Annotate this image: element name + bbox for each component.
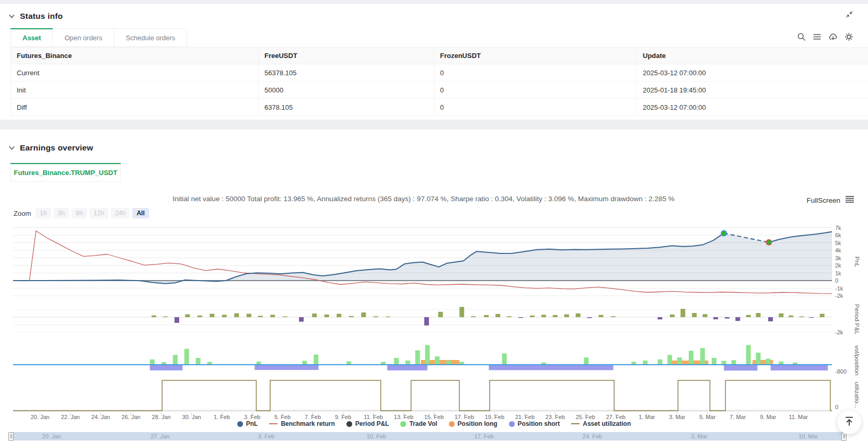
svg-text:22. Jan: 22. Jan <box>61 414 80 420</box>
fullscreen-control[interactable]: FullScreen <box>806 195 854 205</box>
svg-text:utilizatio...: utilizatio... <box>854 381 860 408</box>
svg-text:3k: 3k <box>835 255 841 261</box>
cell-current-1: 56378.105 <box>259 64 434 82</box>
zoom-button-all[interactable]: All <box>132 208 148 218</box>
legend-label: Benchmark return <box>281 420 334 427</box>
cell-diff-3: 2025-03-12 07:00:00 <box>637 99 868 116</box>
svg-text:21. Feb: 21. Feb <box>515 414 535 420</box>
zoom-button-24h[interactable]: 24h <box>111 208 130 218</box>
status-info-section: Status info AssetOpen ordersSchedule ord… <box>0 4 868 120</box>
navigator-date-label: 27. Jan <box>151 433 169 439</box>
cell-init-0: Init <box>11 82 259 99</box>
table-row-current: Current56378.10502025-03-12 07:00:00 <box>11 64 868 82</box>
cell-current-0[interactable]: Current <box>11 64 259 82</box>
chevron-down-icon <box>8 145 15 152</box>
svg-text:26. Jan: 26. Jan <box>122 414 141 420</box>
legend-item-asset-utilization[interactable]: Asset utilization <box>571 420 631 427</box>
chart-navigator[interactable]: 20. Jan27. Jan3. Feb10. Feb17. Feb24. Fe… <box>10 432 844 440</box>
legend-marker <box>269 423 277 424</box>
svg-text:7. Mar: 7. Mar <box>730 414 746 420</box>
zoom-label: Zoom <box>14 210 31 217</box>
svg-text:-800: -800 <box>835 368 847 375</box>
chart-legend: PnLBenchmark returnPeriod P&LTrade VolPo… <box>0 420 868 427</box>
svg-text:28. Jan: 28. Jan <box>152 414 171 420</box>
tab-futures-binance-trump-usdt[interactable]: Futures_Binance.TRUMP_USDT <box>10 163 121 182</box>
legend-item-benchmark-return[interactable]: Benchmark return <box>269 420 334 427</box>
column-header-update: Update <box>637 48 868 64</box>
column-header-freeusdt: FreeUSDT <box>259 48 434 64</box>
section-title: Status info <box>20 11 63 21</box>
legend-item-position-short[interactable]: Position short <box>509 420 560 427</box>
earnings-overview-section: Earnings overview Futures_Binance.TRUMP_… <box>0 130 868 441</box>
navigator-date-label: 3. Feb <box>258 433 274 439</box>
legend-item-period-p-l[interactable]: Period P&L <box>346 420 389 427</box>
svg-text:3. Mar: 3. Mar <box>669 414 686 420</box>
legend-label: Trade Vol <box>409 420 437 427</box>
status-tab-asset[interactable]: Asset <box>10 28 53 47</box>
zoom-button-8h[interactable]: 8h <box>72 208 87 218</box>
collapse-panel-icon[interactable] <box>846 10 853 20</box>
cloud-download-icon[interactable] <box>828 32 838 41</box>
chevron-down-icon <box>8 13 15 20</box>
svg-text:Period P&L: Period P&L <box>854 304 860 335</box>
svg-text:19. Feb: 19. Feb <box>485 414 504 420</box>
chart-context-menu-icon[interactable] <box>845 195 854 205</box>
legend-marker <box>237 421 243 427</box>
cell-current-3: 2025-03-12 07:00:00 <box>637 64 868 82</box>
gear-icon[interactable] <box>844 32 853 41</box>
svg-text:15. Feb: 15. Feb <box>424 414 444 420</box>
navigator-date-label: 10. Feb <box>366 433 386 439</box>
svg-text:24. Jan: 24. Jan <box>91 414 110 420</box>
cell-init-2: 0 <box>434 82 637 99</box>
earnings-chart[interactable]: 7k6k5k4k3k2k1k0-1k-2k-2k-800020. Jan22. … <box>13 223 868 421</box>
legend-label: Asset utilization <box>583 420 631 427</box>
navigator-left-handle[interactable] <box>8 432 14 441</box>
arrow-up-to-top-icon <box>843 415 855 429</box>
status-info-header[interactable]: Status info <box>8 11 63 21</box>
cell-diff-0: Diff <box>11 99 259 116</box>
status-tab-schedule-orders[interactable]: Schedule orders <box>114 28 188 47</box>
cell-diff-2: 0 <box>434 99 637 116</box>
svg-text:0: 0 <box>835 277 838 284</box>
svg-text:0: 0 <box>835 404 838 410</box>
search-icon[interactable] <box>797 32 806 41</box>
navigator-date-label: 3. Mar <box>691 433 707 439</box>
navigator-date-label: 20. Jan <box>42 433 61 439</box>
svg-text:vol/position: vol/position <box>854 345 860 376</box>
column-header-futures_binance: Futures_Binance <box>11 48 259 64</box>
legend-marker <box>571 423 580 424</box>
table-toolbar <box>797 32 853 41</box>
legend-item-trade-vol[interactable]: Trade Vol <box>400 420 437 427</box>
svg-text:1. Feb: 1. Feb <box>214 414 230 420</box>
cell-diff-1: 6378.105 <box>259 99 434 116</box>
svg-text:5. Feb: 5. Feb <box>274 414 291 420</box>
back-to-top-button[interactable] <box>837 410 861 434</box>
menu-icon[interactable] <box>813 32 821 41</box>
table-row-diff: Diff6378.10502025-03-12 07:00:00 <box>11 99 868 116</box>
svg-text:23. Feb: 23. Feb <box>546 414 565 420</box>
zoom-button-3h[interactable]: 3h <box>54 208 69 218</box>
legend-label: Position long <box>458 420 497 427</box>
svg-text:25. Feb: 25. Feb <box>576 414 595 420</box>
legend-item-position-long[interactable]: Position long <box>449 420 497 427</box>
svg-text:13. Feb: 13. Feb <box>394 414 413 420</box>
svg-text:PnL: PnL <box>854 257 860 268</box>
navigator-date-label: 17. Feb <box>474 433 493 439</box>
svg-text:11. Feb: 11. Feb <box>364 414 383 420</box>
status-tab-open-orders[interactable]: Open orders <box>53 28 114 47</box>
svg-text:2k: 2k <box>835 262 841 269</box>
svg-text:5k: 5k <box>835 240 841 246</box>
legend-item-pnl[interactable]: PnL <box>237 420 258 427</box>
svg-text:7k: 7k <box>835 225 841 231</box>
svg-text:5. Mar: 5. Mar <box>699 414 716 420</box>
svg-text:20. Jan: 20. Jan <box>31 414 50 420</box>
zoom-button-1h[interactable]: 1h <box>36 208 51 218</box>
earnings-header[interactable]: Earnings overview <box>8 143 93 153</box>
svg-text:11. Mar: 11. Mar <box>789 414 808 420</box>
section-title: Earnings overview <box>20 143 93 153</box>
svg-text:-2k: -2k <box>835 329 843 335</box>
svg-text:-2k: -2k <box>835 293 843 299</box>
svg-text:30. Jan: 30. Jan <box>182 414 201 420</box>
zoom-button-12h[interactable]: 12h <box>89 208 108 218</box>
navigator-date-label: 10. Mar <box>798 433 818 439</box>
